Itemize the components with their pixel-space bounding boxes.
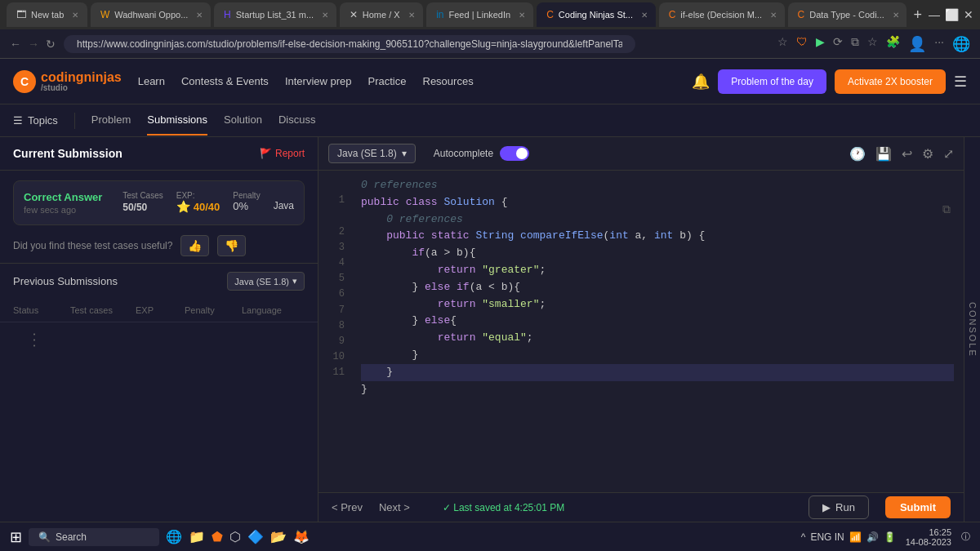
ln-5: 5 bbox=[318, 271, 351, 287]
new-tab-button[interactable]: + bbox=[910, 7, 925, 24]
volume-icon[interactable]: 🔊 bbox=[866, 531, 879, 543]
problem-of-day-button[interactable]: Problem of the day bbox=[718, 69, 826, 94]
taskbar-app4-icon[interactable]: 📂 bbox=[270, 529, 287, 544]
copy-button[interactable]: ⧉ bbox=[942, 203, 951, 216]
more-icon[interactable]: ··· bbox=[934, 35, 944, 53]
tab-linkedin[interactable]: in Feed | LinkedIn ✕ bbox=[426, 2, 533, 27]
split-icon[interactable]: ⧉ bbox=[851, 35, 859, 53]
ext-icon[interactable]: 🧩 bbox=[886, 35, 900, 53]
nav-solution[interactable]: Solution bbox=[224, 105, 262, 136]
nav-learn[interactable]: Learn bbox=[138, 75, 165, 87]
tab-coding-ninjas[interactable]: C Coding Ninjas St... ✕ bbox=[537, 2, 656, 27]
prev-button[interactable]: < Prev bbox=[332, 501, 363, 513]
tray-up-icon[interactable]: ^ bbox=[801, 531, 806, 543]
col-header-exp: EXP bbox=[136, 305, 185, 315]
tab-label-startup: Startup List_31 m... bbox=[236, 10, 314, 20]
nav-problem[interactable]: Problem bbox=[91, 105, 131, 136]
taskbar-edge-icon[interactable]: 🌐 bbox=[166, 529, 182, 544]
run-label: Run bbox=[835, 501, 855, 513]
start-button[interactable]: ⊞ bbox=[10, 528, 22, 546]
tab-close-ifelse[interactable]: ✕ bbox=[770, 11, 777, 20]
taskbar-search-box[interactable]: 🔍 Search bbox=[29, 528, 159, 546]
hamburger-icon[interactable]: ☰ bbox=[954, 73, 967, 91]
time-display: 16:25 bbox=[906, 527, 951, 537]
back-icon[interactable]: ← bbox=[10, 38, 21, 51]
bookmark-icon[interactable]: ☆ bbox=[867, 35, 878, 53]
tab-wadhwani[interactable]: W Wadhwani Oppo... ✕ bbox=[91, 2, 211, 27]
feedback-row: Did you find these test cases useful? 👍 … bbox=[13, 235, 305, 256]
tab-close-datatype[interactable]: ✕ bbox=[893, 11, 899, 20]
save-icon[interactable]: 💾 bbox=[875, 146, 892, 162]
taskbar-app2-icon[interactable]: ⬡ bbox=[229, 529, 241, 544]
refresh-icon[interactable]: ↻ bbox=[46, 38, 56, 51]
language-dropdown[interactable]: Java (SE 1.8) ▾ bbox=[328, 144, 416, 163]
expand-icon[interactable]: ⤢ bbox=[943, 146, 954, 162]
tab-home-x[interactable]: ✕ Home / X ✕ bbox=[340, 2, 423, 27]
taskbar-browser-icon[interactable]: 🦊 bbox=[293, 529, 310, 544]
nav-interview[interactable]: Interview prep bbox=[285, 75, 352, 87]
clock-display[interactable]: 16:25 14-08-2023 bbox=[906, 527, 951, 547]
autocomplete-toggle[interactable]: Autocomplete bbox=[434, 146, 529, 161]
nav-resources[interactable]: Resources bbox=[423, 75, 474, 87]
notification-icon[interactable]: 🔔 bbox=[692, 73, 710, 91]
tab-close-new[interactable]: ✕ bbox=[72, 11, 78, 20]
report-label: Report bbox=[275, 148, 305, 159]
nav-discuss[interactable]: Discuss bbox=[278, 105, 316, 136]
clock-icon[interactable]: 🕐 bbox=[849, 146, 866, 162]
forward-icon[interactable]: → bbox=[28, 38, 39, 51]
notification-center-icon[interactable]: ⓘ bbox=[961, 531, 970, 543]
tab-startup[interactable]: H Startup List_31 m... ✕ bbox=[214, 2, 336, 27]
penalty-stat: Penalty 0% bbox=[233, 191, 260, 212]
code-content[interactable]: 0 references public class Solution { 0 r… bbox=[351, 171, 964, 492]
submit-button[interactable]: Submit bbox=[885, 496, 951, 518]
settings-icon[interactable]: ⚙ bbox=[922, 146, 933, 162]
tab-close-x[interactable]: ✕ bbox=[408, 11, 415, 20]
taskbar-app3-icon[interactable]: 🔷 bbox=[247, 529, 264, 544]
taskbar-app1-icon[interactable]: ⬟ bbox=[212, 529, 223, 544]
thumbs-up-button[interactable]: 👍 bbox=[180, 235, 209, 256]
browser-nav: ← → ↻ bbox=[10, 38, 56, 51]
rotate-icon[interactable]: ⟳ bbox=[833, 35, 843, 53]
tab-new-tab[interactable]: 🗔 New tab ✕ bbox=[7, 2, 87, 27]
logo[interactable]: C codingninjas /studio bbox=[13, 70, 122, 93]
prev-lang-select[interactable]: Java (SE 1.8) ▾ bbox=[227, 272, 305, 291]
tab-close-linkedin[interactable]: ✕ bbox=[519, 11, 525, 20]
nav-contests[interactable]: Contests & Events bbox=[181, 75, 269, 87]
right-panel: Java (SE 1.8) ▾ Autocomplete 🕐 💾 ↩ ⚙ ⤢ bbox=[318, 137, 964, 522]
tab-close-wadhwani[interactable]: ✕ bbox=[196, 11, 203, 20]
penalty-value: 0% bbox=[233, 200, 260, 212]
topics-button[interactable]: ☰ Topics bbox=[13, 114, 58, 127]
tab-close-startup[interactable]: ✕ bbox=[322, 11, 328, 20]
date-display: 14-08-2023 bbox=[906, 537, 951, 547]
tab-if-else[interactable]: C if-else (Decision M... ✕ bbox=[659, 2, 785, 27]
battery-icon[interactable]: 🔋 bbox=[884, 531, 896, 543]
profile-icon[interactable]: 👤 bbox=[908, 35, 926, 53]
run-button[interactable]: ▶ Run bbox=[808, 495, 869, 519]
console-panel[interactable]: Console bbox=[964, 137, 980, 522]
tab-datatype[interactable]: C Data Type - Codi... ✕ bbox=[788, 2, 907, 27]
restore-icon[interactable]: ⬜ bbox=[945, 8, 959, 21]
code-editor[interactable]: 1 2 3 4 5 6 7 8 9 10 11 0 references pub… bbox=[318, 171, 964, 492]
thumbs-down-button[interactable]: 👎 bbox=[217, 235, 246, 256]
more-options-icon[interactable]: ··· bbox=[20, 319, 50, 362]
star-icon[interactable]: ☆ bbox=[777, 35, 788, 53]
nav-practice[interactable]: Practice bbox=[368, 75, 407, 87]
undo-icon[interactable]: ↩ bbox=[902, 146, 912, 162]
wifi-icon[interactable]: 📶 bbox=[849, 531, 862, 543]
activate-booster-button[interactable]: Activate 2X booster bbox=[835, 69, 946, 94]
ln-2: 2 bbox=[318, 224, 351, 240]
tab-close-cn[interactable]: ✕ bbox=[641, 11, 648, 20]
play-icon[interactable]: ▶ bbox=[816, 35, 825, 53]
next-button[interactable]: Next > bbox=[379, 501, 410, 513]
left-panel: Current Submission 🚩 Report Correct Answ… bbox=[0, 137, 318, 522]
tab-icon-x: ✕ bbox=[350, 9, 358, 20]
col-header-lang: Language bbox=[242, 305, 305, 315]
address-input[interactable] bbox=[64, 35, 635, 53]
report-button[interactable]: 🚩 Report bbox=[260, 148, 305, 159]
autocomplete-switch[interactable] bbox=[500, 146, 529, 161]
minimize-icon[interactable]: — bbox=[929, 8, 940, 21]
nav-submissions[interactable]: Submissions bbox=[147, 105, 207, 136]
close-icon[interactable]: ✕ bbox=[964, 8, 973, 21]
taskbar-file-icon[interactable]: 📁 bbox=[189, 529, 205, 544]
shield-icon: 🛡 bbox=[796, 35, 808, 53]
